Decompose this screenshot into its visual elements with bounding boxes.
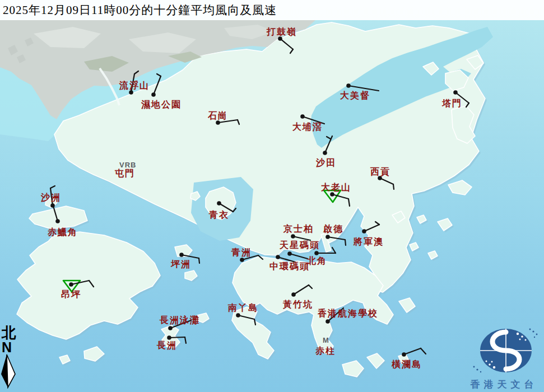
hko-wind-map-page: 打鼓嶺流浮山濕地公園石崗大美督塔門大埔滘沙田屯門VRB西貢沙洲赤鱲角大老山青衣京…	[0, 0, 544, 392]
station-dot	[236, 313, 240, 318]
wind-barb-line	[169, 337, 185, 338]
station-dot	[314, 251, 319, 255]
station-dot	[217, 201, 221, 206]
station-name-label: 長洲泳灘	[159, 315, 200, 325]
station-name-label: 西貢	[370, 167, 390, 177]
compass-north-hanzi: 北	[0, 326, 19, 340]
wind-barb-line	[50, 186, 55, 188]
station-name-label: 青衣	[208, 210, 229, 220]
station-name-label: 將軍澳	[353, 237, 384, 246]
station-dot	[69, 282, 73, 287]
station-dot	[326, 319, 330, 324]
station-name-label: 大老山	[321, 183, 351, 192]
station-name-label: 天星碼頭	[279, 240, 320, 250]
station-dot	[179, 253, 184, 257]
station-dot	[167, 335, 171, 340]
station-name-label: 京士柏	[283, 223, 314, 234]
station-name-label: 坪洲	[170, 259, 191, 269]
station-dot	[276, 255, 280, 259]
station-dot	[362, 229, 366, 234]
station-name-label: 石崗	[207, 111, 228, 120]
station-name-label: 啟德	[323, 224, 343, 234]
station-name-label: 大埔滘	[292, 122, 323, 132]
station-dot	[300, 114, 305, 119]
station-dot	[278, 36, 282, 41]
station-name-label: 打鼓嶺	[266, 27, 297, 36]
station-name-label: 塔門	[441, 99, 462, 108]
station-name-label: 濕地公園	[141, 100, 182, 110]
north-compass: 北 N	[0, 326, 19, 392]
station-name-label: 青洲	[231, 248, 252, 257]
wind-barb-line	[332, 248, 336, 253]
station-dot	[323, 151, 327, 155]
station-hk-sea-school: 香港航海學校	[317, 308, 378, 324]
station-name-label: 沙田	[315, 158, 336, 167]
station-name-label: 南丫島	[227, 303, 258, 312]
station-name-label: 赤柱	[315, 346, 336, 356]
hko-logo-icon	[464, 325, 544, 375]
station-name-label: 赤鱲角	[47, 227, 78, 237]
wind-barb-line	[421, 348, 426, 354]
wind-barb-line	[290, 254, 308, 259]
station-dot	[50, 203, 55, 208]
station-name-label: 昂坪	[61, 290, 81, 299]
map-title: 2025年12月09日11時00分的十分鐘平均風向及風速	[0, 0, 544, 20]
wind-barb-line	[185, 337, 186, 343]
station-name-label: 長洲	[156, 340, 177, 350]
station-name-label: 橫瀾島	[391, 360, 422, 369]
station-dot	[330, 192, 334, 197]
wind-barb-line	[345, 240, 346, 245]
station-cheung-chau: 長洲	[156, 335, 186, 350]
compass-north-letter: N	[0, 340, 19, 354]
station-dot	[453, 90, 458, 95]
station-dot	[291, 292, 296, 297]
station-code-label: M	[323, 336, 329, 344]
station-dot	[129, 90, 133, 95]
station-code-label: VRB	[119, 161, 136, 169]
station-name-label: 中環碼頭	[269, 262, 310, 272]
station-dot	[151, 92, 156, 97]
station-name-label: 屯門	[114, 169, 135, 178]
station-dot	[168, 326, 173, 330]
hko-logo: 香港天文台 HONG KONG OBSERVATORY	[464, 325, 544, 392]
lantau-island	[17, 232, 160, 339]
station-name-label: 香港航海學校	[317, 308, 378, 318]
station-name-label: 流浮山	[119, 80, 150, 90]
wind-barb-line	[393, 184, 394, 189]
station-dot	[216, 120, 220, 125]
high-island	[448, 180, 472, 195]
station-dot	[378, 176, 382, 180]
station-dot	[346, 83, 351, 88]
wind-barb-line	[199, 258, 199, 263]
station-name-label: 沙洲	[40, 193, 61, 202]
station-dot	[402, 352, 406, 357]
station-name-label: 北角	[306, 256, 327, 265]
wind-barb-line	[404, 348, 421, 354]
compass-needle-icon	[0, 354, 19, 389]
station-peng-chau: 坪洲	[170, 253, 199, 269]
station-dot	[240, 258, 244, 262]
hong-kong-map: 打鼓嶺流浮山濕地公園石崗大美督塔門大埔滘沙田屯門VRB西貢沙洲赤鱲角大老山青衣京…	[0, 0, 544, 392]
hko-logo-chinese: 香港天文台	[464, 378, 544, 391]
station-dot	[291, 234, 295, 239]
station-name-label: 大美督	[340, 90, 370, 100]
station-dot	[55, 219, 60, 223]
station-name-label: 黃竹坑	[282, 300, 313, 309]
station-dot	[287, 251, 292, 256]
station-dot	[326, 235, 330, 239]
